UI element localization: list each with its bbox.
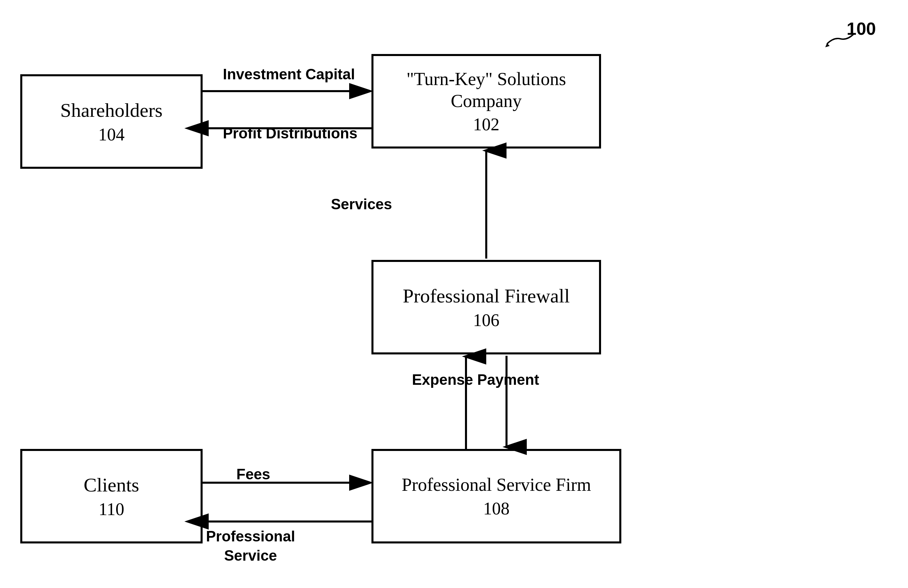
clients-box: Clients 110: [20, 449, 203, 543]
turnkey-title: "Turn-Key" Solutions Company: [374, 68, 599, 112]
professional-service-label: Professional Service: [206, 527, 295, 565]
service-firm-number: 108: [483, 498, 510, 519]
turnkey-box: "Turn-Key" Solutions Company 102: [372, 54, 601, 148]
turnkey-number: 102: [473, 114, 499, 134]
shareholders-number: 104: [98, 125, 125, 145]
profit-distributions-label: Profit Distributions: [223, 125, 357, 142]
service-firm-box: Professional Service Firm 108: [372, 449, 621, 543]
svg-marker-0: [825, 43, 830, 47]
clients-number: 110: [98, 499, 124, 519]
service-firm-title: Professional Service Firm: [402, 474, 591, 496]
ref-arrow-icon: [820, 31, 861, 51]
firewall-title: Professional Firewall: [403, 284, 570, 308]
fees-label: Fees: [237, 466, 270, 483]
diagram-container: 100 Shareholders 104 "Turn-Key" Solution…: [0, 0, 908, 588]
firewall-number: 106: [473, 310, 499, 330]
investment-capital-label: Investment Capital: [223, 66, 355, 83]
clients-title: Clients: [84, 473, 139, 497]
shareholders-box: Shareholders 104: [20, 74, 203, 169]
shareholders-title: Shareholders: [60, 98, 163, 122]
firewall-box: Professional Firewall 106: [372, 260, 601, 354]
expense-payment-label: Expense Payment: [412, 371, 539, 388]
services-label: Services: [331, 196, 392, 213]
